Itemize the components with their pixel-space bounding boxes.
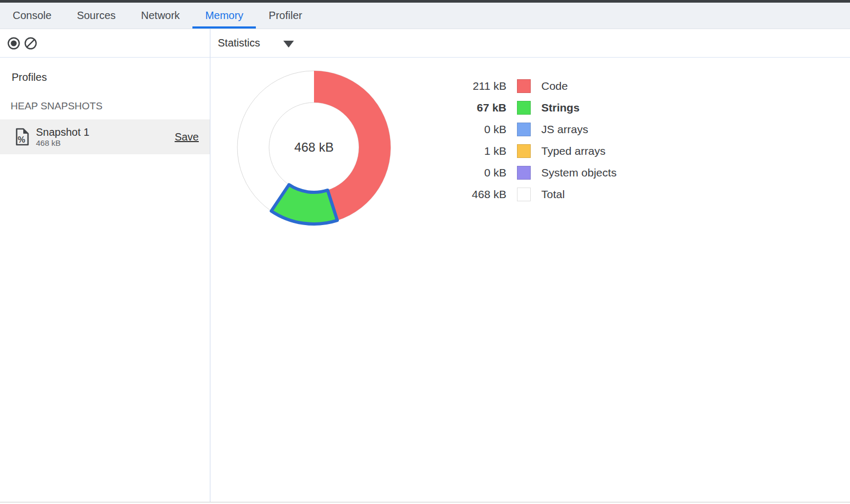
heap-snapshots-section-heading: HEAP SNAPSHOTS bbox=[11, 100, 103, 112]
legend-value: 67 kB bbox=[448, 101, 506, 114]
legend-label: Code bbox=[541, 80, 568, 92]
legend: 211 kBCode67 kBStrings0 kBJS arrays1 kBT… bbox=[448, 75, 616, 205]
perspective-selected-label: Statistics bbox=[218, 37, 260, 49]
legend-row-js-arrays[interactable]: 0 kBJS arrays bbox=[448, 118, 616, 140]
legend-row-total[interactable]: 468 kBTotal bbox=[448, 183, 616, 205]
heap-snapshot-file-icon: % bbox=[15, 128, 30, 146]
snapshot-info: Snapshot 1 468 kB bbox=[36, 126, 89, 148]
tab-memory[interactable]: Memory bbox=[192, 3, 256, 29]
sidebar-item-snapshot-1[interactable]: % Snapshot 1 468 kB Save bbox=[0, 119, 210, 154]
svg-text:%: % bbox=[18, 135, 25, 144]
legend-swatch-system-objects bbox=[517, 166, 531, 180]
memory-toolbar: Statistics bbox=[0, 29, 850, 58]
panel-bottom-divider bbox=[0, 502, 850, 502]
legend-label: System objects bbox=[541, 166, 616, 179]
legend-value: 468 kB bbox=[448, 188, 506, 201]
legend-swatch-code bbox=[517, 79, 531, 93]
tab-console[interactable]: Console bbox=[0, 3, 64, 29]
legend-label: Typed arrays bbox=[541, 145, 605, 157]
legend-value: 0 kB bbox=[448, 166, 506, 179]
statistics-view: 468 kB 211 kBCode67 kBStrings0 kBJS arra… bbox=[210, 58, 850, 502]
donut-inner-ring bbox=[269, 102, 359, 192]
legend-swatch-total bbox=[517, 188, 531, 201]
pie-slice-strings[interactable] bbox=[271, 185, 337, 224]
panel-content: Profiles HEAP SNAPSHOTS % Snapshot 1 468… bbox=[0, 58, 850, 502]
donut-chart-svg bbox=[235, 68, 393, 227]
tab-sources[interactable]: Sources bbox=[64, 3, 128, 29]
legend-value: 1 kB bbox=[448, 145, 506, 157]
devtools-memory-panel: Console Sources Network Memory Profiler … bbox=[0, 0, 850, 504]
profiles-sidebar: Profiles HEAP SNAPSHOTS % Snapshot 1 468… bbox=[0, 58, 210, 502]
devtools-tab-bar: Console Sources Network Memory Profiler bbox=[0, 3, 850, 29]
legend-swatch-js-arrays bbox=[517, 123, 531, 136]
profiles-heading: Profiles bbox=[12, 71, 47, 83]
block-icon bbox=[24, 36, 38, 50]
tab-profiler[interactable]: Profiler bbox=[256, 3, 315, 29]
legend-label: JS arrays bbox=[541, 123, 588, 136]
clear-profiles-button[interactable] bbox=[23, 36, 38, 51]
snapshot-size: 468 kB bbox=[36, 138, 89, 148]
legend-value: 211 kB bbox=[448, 80, 506, 92]
tab-network[interactable]: Network bbox=[128, 3, 192, 29]
record-icon bbox=[7, 36, 21, 50]
chevron-down-icon bbox=[283, 41, 294, 48]
legend-swatch-typed-arrays bbox=[517, 144, 531, 158]
legend-row-strings[interactable]: 67 kBStrings bbox=[448, 97, 616, 118]
legend-row-system-objects[interactable]: 0 kBSystem objects bbox=[448, 162, 616, 183]
legend-row-typed-arrays[interactable]: 1 kBTyped arrays bbox=[448, 140, 616, 162]
perspective-selector[interactable]: Statistics bbox=[210, 29, 850, 57]
legend-swatch-strings bbox=[517, 101, 531, 115]
save-snapshot-link[interactable]: Save bbox=[174, 131, 199, 143]
legend-row-code[interactable]: 211 kBCode bbox=[448, 75, 616, 97]
record-heap-snapshot-button[interactable] bbox=[6, 36, 21, 51]
heap-donut-chart: 468 kB bbox=[235, 68, 393, 227]
legend-label: Strings bbox=[541, 101, 579, 114]
snapshot-name: Snapshot 1 bbox=[36, 126, 89, 138]
legend-label: Total bbox=[541, 188, 565, 201]
profile-actions-toolbar bbox=[0, 29, 210, 57]
legend-value: 0 kB bbox=[448, 123, 506, 136]
